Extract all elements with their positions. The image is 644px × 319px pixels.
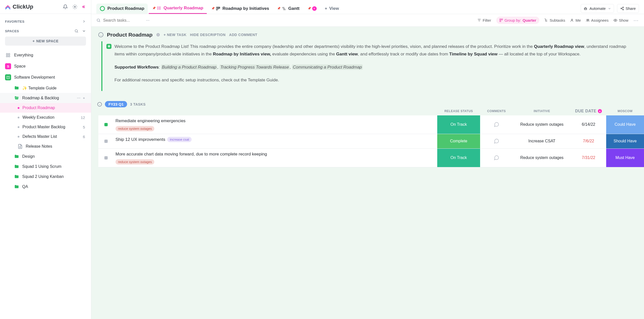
nav-squad2[interactable]: Squad 2 Using Kanban — [0, 172, 91, 182]
status-box-cell[interactable] — [98, 115, 113, 134]
col-comments[interactable]: COMMENTS — [480, 109, 513, 113]
comments-cell[interactable] — [480, 149, 513, 167]
task-tag[interactable]: increase csat — [167, 137, 192, 142]
due-date-cell[interactable]: 7/6/22 — [571, 134, 606, 148]
list-dot-icon — [18, 117, 19, 118]
initiative-cell[interactable]: Reduce system outages — [513, 115, 571, 134]
new-task-button[interactable]: + NEW TASK — [164, 33, 187, 37]
nav-everything[interactable]: Everything — [0, 50, 91, 61]
group-chip[interactable]: FY23 Q1 — [105, 101, 127, 107]
info-icon[interactable]: i — [156, 33, 160, 37]
collapse-sidebar-icon[interactable] — [82, 5, 86, 9]
more-icon[interactable]: ⋯ — [633, 17, 639, 23]
search-input[interactable] — [103, 18, 143, 23]
nav-template-guide[interactable]: ✨ Template Guide — [0, 83, 91, 93]
folder-icon — [14, 154, 19, 159]
breadcrumb[interactable]: Product Roadmap — [96, 4, 148, 14]
favorites-label: FAVORITES — [5, 20, 24, 23]
moscow-cell[interactable]: Could Have — [606, 115, 644, 134]
tab-play[interactable]: 📌 — [304, 4, 320, 13]
collapse-icon[interactable]: ⌄ — [98, 32, 103, 37]
status-box-cell[interactable] — [98, 134, 113, 148]
app-logo[interactable]: ClickUp — [5, 4, 33, 10]
col-due-date[interactable]: DUE DATE ▲ — [571, 109, 606, 113]
sort-indicator-icon[interactable]: ▲ — [598, 109, 602, 113]
nav-squad1[interactable]: Squad 1 Using Scrum — [0, 162, 91, 172]
automate-button[interactable]: Automate — [581, 4, 614, 13]
more-icon[interactable]: ⋯ — [77, 96, 80, 100]
new-space-button[interactable]: + NEW SPACE — [5, 37, 86, 46]
more-icon[interactable]: ⋯ — [146, 18, 150, 22]
nav-space[interactable]: S Space — [0, 61, 91, 72]
pin-icon: 📌 — [211, 7, 215, 10]
hide-description-button[interactable]: HIDE DESCRIPTION — [190, 33, 226, 37]
collapse-icon[interactable]: ⌄ — [97, 102, 102, 107]
comments-cell[interactable] — [480, 115, 513, 134]
task-title: Ship 12 UX improvements — [115, 137, 165, 143]
automate-label: Automate — [590, 6, 606, 11]
column-headers: RELEASE STATUS COMMENTS INITIATIVE DUE D… — [98, 109, 644, 115]
nav-qa[interactable]: QA — [0, 182, 91, 192]
search-icon[interactable] — [74, 29, 78, 33]
tab-label: Quarterly Roadmap — [163, 6, 203, 11]
due-date-cell[interactable]: 6/14/22 — [571, 115, 606, 134]
initiative-cell[interactable]: Reduce system outages — [513, 149, 571, 167]
comments-cell[interactable] — [480, 134, 513, 148]
add-comment-button[interactable]: ADD COMMENT — [229, 33, 257, 37]
assignees-button[interactable]: Assignees — [586, 18, 608, 22]
release-status-cell[interactable]: On Track — [437, 149, 480, 167]
nav-design[interactable]: Design — [0, 151, 91, 162]
space-avatar: S — [5, 63, 11, 69]
add-view-button[interactable]: + View — [321, 4, 342, 14]
status-box-cell[interactable] — [98, 149, 113, 167]
nav-master-backlog[interactable]: Product Master Backlog 5 — [0, 122, 91, 132]
svg-point-32 — [587, 19, 588, 20]
group-label: Group by: — [505, 18, 521, 22]
col-moscow[interactable]: MOSCOW — [606, 109, 644, 113]
add-icon[interactable]: + — [83, 96, 85, 100]
nav-label: QA — [22, 184, 86, 189]
nav-release-notes[interactable]: Release Notes — [0, 141, 91, 151]
filter-label: Filter — [483, 18, 491, 22]
task-tag[interactable]: reduce system outages — [115, 126, 154, 131]
table-row[interactable]: Ship 12 UX improvements increase csat Co… — [98, 134, 644, 149]
table-row[interactable]: Remediate engineering emergencies reduce… — [98, 115, 644, 134]
share-button[interactable]: Share — [617, 4, 639, 13]
release-status-cell[interactable]: On Track — [437, 115, 480, 134]
col-release-status[interactable]: RELEASE STATUS — [437, 109, 480, 113]
folder-icon — [14, 164, 19, 169]
settings-icon[interactable] — [72, 4, 77, 9]
moscow-cell[interactable]: Must Have — [606, 149, 644, 167]
favorites-section[interactable]: FAVORITES — [0, 14, 91, 23]
chevron-down-icon[interactable] — [82, 29, 86, 33]
initiative-cell[interactable]: Increase CSAT — [513, 134, 571, 148]
me-button[interactable]: Me — [570, 18, 581, 22]
filter-button[interactable]: Filter — [477, 18, 491, 22]
release-status-cell[interactable]: Complete — [437, 134, 480, 148]
svg-point-33 — [588, 19, 589, 20]
description-text: Welcome to the Product Roadmap List! Thi… — [114, 43, 636, 89]
show-button[interactable]: Show — [613, 18, 628, 22]
task-tag[interactable]: reduce system outages — [115, 159, 154, 165]
tab-quarterly-roadmap[interactable]: 📌 Quarterly Roadmap — [149, 3, 207, 14]
moscow-cell[interactable]: Should Have — [606, 134, 644, 148]
nav-roadmap-backlog[interactable]: Roadmap & Backlog ⋯ + — [0, 93, 91, 103]
comment-icon — [494, 122, 499, 127]
due-date-cell[interactable]: 7/31/22 — [571, 149, 606, 167]
table-row[interactable]: More accurate chart data moving forward,… — [98, 149, 644, 167]
nav-defects[interactable]: Defects Master List 6 — [0, 132, 91, 141]
chevron-right-icon — [82, 19, 86, 23]
subtasks-button[interactable]: Subtasks — [544, 18, 565, 22]
notifications-icon[interactable] — [63, 4, 68, 9]
col-initiative[interactable]: INITIATIVE — [513, 109, 571, 113]
nav-product-roadmap[interactable]: Product Roadmap — [0, 103, 91, 113]
nav-software-development[interactable]: Software Development — [0, 72, 91, 83]
tab-gantt[interactable]: 📌 Gantt — [274, 4, 303, 14]
board-icon — [216, 6, 220, 11]
tab-initiatives[interactable]: 📌 Roadmap by Initiatives — [208, 4, 273, 14]
list-dot-icon — [18, 126, 19, 128]
document-icon — [18, 144, 23, 149]
nav-label: Product Roadmap — [22, 106, 86, 110]
nav-weekly-execution[interactable]: Weekly Execution 12 — [0, 113, 91, 122]
group-by-button[interactable]: Group by: Quarter — [496, 17, 539, 24]
